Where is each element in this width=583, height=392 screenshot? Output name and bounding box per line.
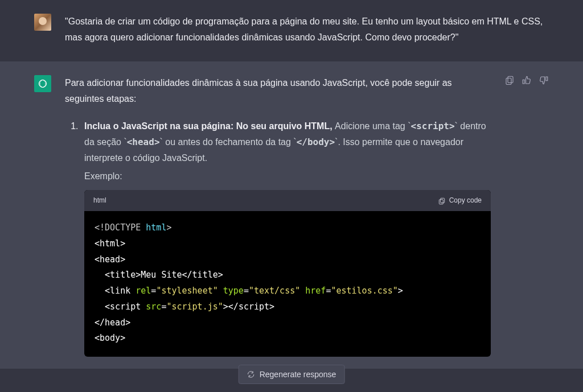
user-message-text: "Gostaria de criar um código de programa… xyxy=(65,14,549,46)
code-block-content[interactable]: <!DOCTYPE html> <html> <head> <title>Meu… xyxy=(84,211,491,357)
example-label: Exemplo: xyxy=(84,168,491,184)
openai-logo-icon xyxy=(37,78,48,89)
step-1-seg-a3: ` ou antes do fechamento da tag ` xyxy=(160,137,297,147)
svg-rect-4 xyxy=(506,78,511,84)
code-block: html Copy code <!DOCTYPE html> <html> <h… xyxy=(84,190,491,357)
inline-code-body-close: </body> xyxy=(297,137,335,147)
thumbs-up-button[interactable] xyxy=(522,75,532,85)
user-message: "Gostaria de criar um código de programa… xyxy=(0,0,583,61)
assistant-avatar xyxy=(34,75,51,92)
assistant-message-body: Para adicionar funcionalidades dinâmicas… xyxy=(65,75,491,369)
copy-code-button[interactable]: Copy code xyxy=(438,195,482,207)
step-1-seg-a1: Adicione uma tag ` xyxy=(335,121,410,131)
svg-rect-1 xyxy=(440,198,444,203)
copy-message-button[interactable] xyxy=(504,75,515,85)
code-block-lang: html xyxy=(93,195,106,207)
svg-rect-3 xyxy=(508,76,513,82)
inline-code-head: <head> xyxy=(127,137,160,147)
copy-code-label: Copy code xyxy=(449,195,482,207)
inline-code-script: <script> xyxy=(411,121,455,131)
user-avatar xyxy=(34,14,51,31)
refresh-icon xyxy=(247,370,255,378)
thumbs-down-button[interactable] xyxy=(539,75,549,85)
code-block-header: html Copy code xyxy=(84,190,491,211)
clipboard-icon xyxy=(504,75,515,85)
thumbs-up-icon xyxy=(522,75,532,85)
assistant-intro-text: Para adicionar funcionalidades dinâmicas… xyxy=(65,75,491,107)
step-item-1: Inclua o JavaScript na sua página: No se… xyxy=(81,118,491,357)
regenerate-button[interactable]: Regenerate response xyxy=(239,365,345,384)
assistant-message: Para adicionar funcionalidades dinâmicas… xyxy=(0,61,583,369)
clipboard-icon xyxy=(438,197,446,205)
thumbs-down-icon xyxy=(539,75,549,85)
step-1-lead: Inclua o JavaScript na sua página: No se… xyxy=(84,121,335,131)
assistant-actions xyxy=(504,75,549,369)
svg-rect-2 xyxy=(439,199,443,204)
regenerate-label: Regenerate response xyxy=(260,370,336,379)
